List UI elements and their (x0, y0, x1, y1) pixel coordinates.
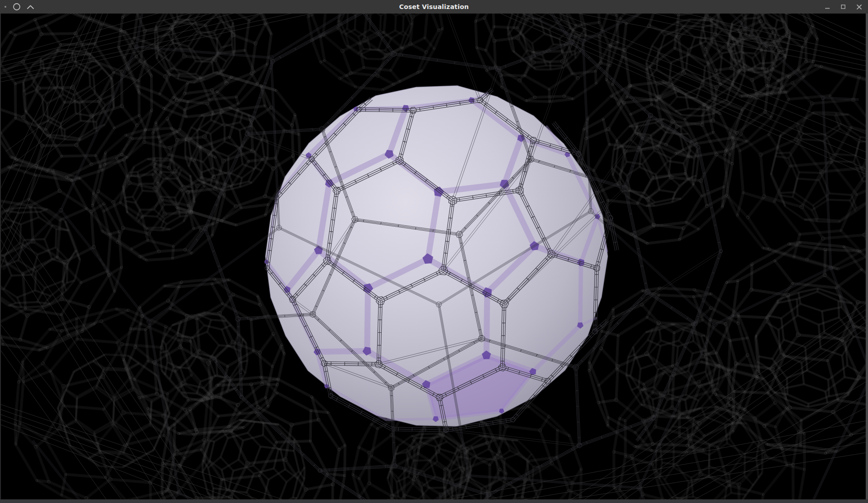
minimize-icon (825, 4, 830, 9)
maximize-icon (840, 4, 846, 9)
titlebar[interactable]: Coset Visualization (0, 0, 868, 14)
viewport (0, 14, 868, 499)
close-button[interactable] (853, 1, 865, 12)
chevron-up-icon[interactable] (27, 5, 34, 9)
app-window: Coset Visualization (0, 0, 868, 503)
window-edge-bottom (0, 499, 868, 503)
status-dot-icon (4, 5, 7, 8)
window-controls (822, 0, 865, 14)
close-icon (856, 4, 862, 10)
window-title: Coset Visualization (0, 3, 868, 10)
minimize-button[interactable] (822, 1, 833, 12)
maximize-button[interactable] (837, 1, 849, 12)
titlebar-left-icons (4, 0, 34, 14)
coset-3d-canvas[interactable] (1, 14, 866, 499)
circle-icon[interactable] (13, 3, 21, 11)
